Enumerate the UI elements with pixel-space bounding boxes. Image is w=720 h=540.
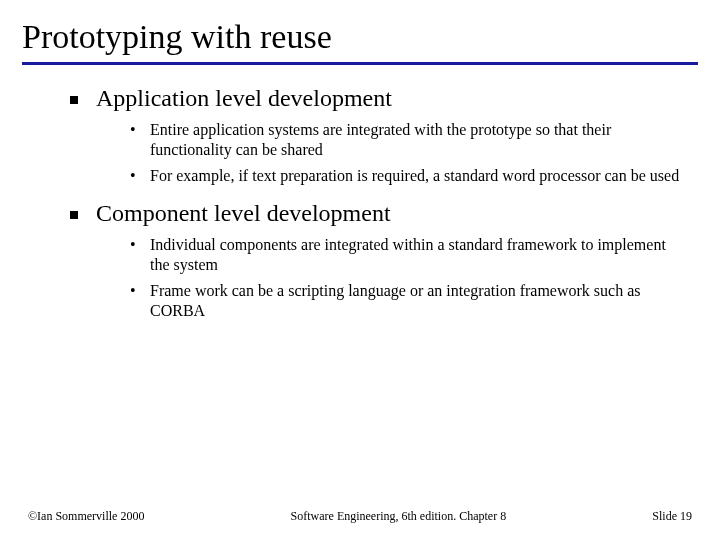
- dot-bullet-icon: •: [130, 121, 150, 160]
- footer-slide-number: Slide 19: [652, 509, 692, 524]
- list-item-text: Frame work can be a scripting language o…: [150, 281, 688, 321]
- footer-chapter: Software Engineering, 6th edition. Chapt…: [291, 509, 507, 524]
- section-heading-row: Component level development: [70, 200, 688, 227]
- section-heading-row: Application level development: [70, 85, 688, 112]
- list-item-text: Entire application systems are integrate…: [150, 120, 688, 160]
- list-item: • Individual components are integrated w…: [130, 235, 688, 275]
- section-heading: Application level development: [96, 85, 392, 112]
- section-heading: Component level development: [96, 200, 391, 227]
- sub-list: • Individual components are integrated w…: [70, 235, 688, 321]
- sub-list: • Entire application systems are integra…: [70, 120, 688, 186]
- square-bullet-icon: [70, 211, 78, 219]
- footer-copyright: ©Ian Sommerville 2000: [28, 509, 144, 524]
- square-bullet-icon: [70, 96, 78, 104]
- list-item: • Entire application systems are integra…: [130, 120, 688, 160]
- list-item: • For example, if text preparation is re…: [130, 166, 688, 186]
- list-item: • Frame work can be a scripting language…: [130, 281, 688, 321]
- section-application: Application level development • Entire a…: [70, 85, 688, 186]
- list-item-text: Individual components are integrated wit…: [150, 235, 688, 275]
- slide-title: Prototyping with reuse: [22, 18, 698, 65]
- dot-bullet-icon: •: [130, 236, 150, 275]
- list-item-text: For example, if text preparation is requ…: [150, 166, 683, 186]
- dot-bullet-icon: •: [130, 282, 150, 321]
- dot-bullet-icon: •: [130, 167, 150, 186]
- section-component: Component level development • Individual…: [70, 200, 688, 321]
- slide: Prototyping with reuse Application level…: [0, 0, 720, 540]
- footer: ©Ian Sommerville 2000 Software Engineeri…: [28, 509, 692, 524]
- slide-content: Application level development • Entire a…: [22, 85, 698, 321]
